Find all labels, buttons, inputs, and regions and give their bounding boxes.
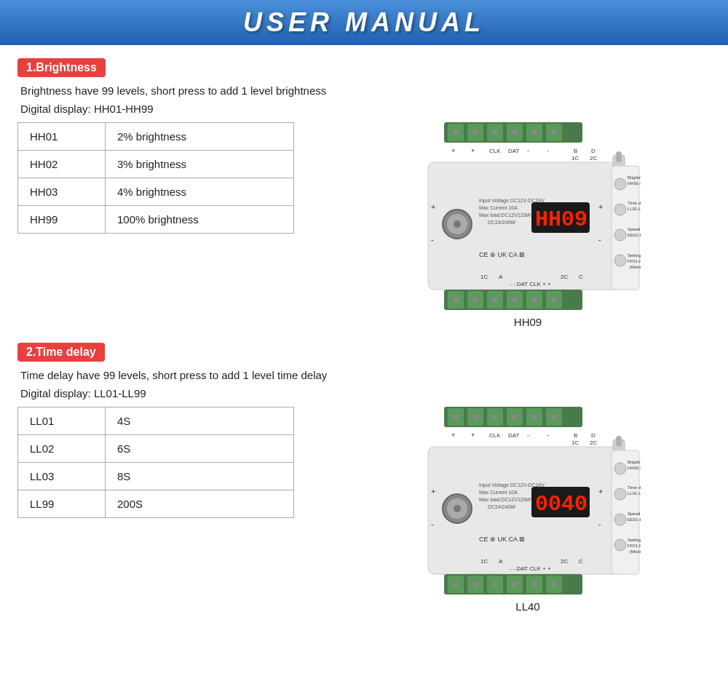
svg-text:Brightness: Brightness xyxy=(628,460,641,464)
svg-point-84 xyxy=(551,414,557,420)
svg-text:D: D xyxy=(591,148,596,154)
svg-text:LL01-LL99: LL01-LL99 xyxy=(628,207,641,211)
svg-text:Max load:DC12V120W: Max load:DC12V120W xyxy=(479,212,531,218)
svg-point-140 xyxy=(492,581,498,587)
timedelay-device-image: + + CLK DAT - - B 1C D 2C xyxy=(415,407,641,613)
table-cell-value: 200S xyxy=(106,490,294,518)
svg-text:+: + xyxy=(451,431,455,439)
svg-text:Brightness: Brightness xyxy=(628,175,641,180)
svg-text:+: + xyxy=(431,487,435,496)
table-row: LL99 200S xyxy=(18,490,294,518)
table-cell-code: HH03 xyxy=(18,178,106,206)
svg-point-81 xyxy=(492,414,498,420)
svg-text:-: - xyxy=(431,520,434,528)
svg-point-80 xyxy=(472,414,478,420)
timedelay-device-label: LL40 xyxy=(415,600,641,613)
table-row: HH03 4% brightness xyxy=(18,178,294,206)
svg-point-55 xyxy=(614,255,626,266)
svg-point-66 xyxy=(453,297,459,303)
section-timedelay-label: 2.Time delay xyxy=(17,343,105,362)
svg-point-82 xyxy=(512,414,518,420)
svg-text:A: A xyxy=(499,274,503,280)
table-cell-value: 2% brightness xyxy=(106,123,294,151)
table-row: LL01 4S xyxy=(18,407,294,435)
timedelay-description: Time delay have 99 levels, short press t… xyxy=(20,369,711,381)
svg-text:C: C xyxy=(579,558,583,565)
svg-text:2C: 2C xyxy=(590,155,597,162)
svg-point-71 xyxy=(551,297,557,303)
svg-point-102 xyxy=(454,505,461,512)
table-cell-code: HH99 xyxy=(18,206,106,234)
svg-text:EE01-EE99: EE01-EE99 xyxy=(628,517,641,522)
section-timedelay: 2.Time delay Time delay have 99 levels, … xyxy=(17,343,711,613)
section-brightness-label: 1.Brightness xyxy=(17,58,106,77)
svg-text:-   -   DAT   CLK   +   +: - - DAT CLK + + xyxy=(510,281,551,287)
svg-text:1C: 1C xyxy=(571,155,579,162)
table-cell-code: HH02 xyxy=(18,151,106,178)
svg-text:-   -   DAT   CLK   +   +: - - DAT CLK + + xyxy=(510,565,551,572)
svg-text:+: + xyxy=(431,202,435,211)
svg-text:-: - xyxy=(527,431,529,439)
page-title: USER MANUAL xyxy=(0,7,728,38)
table-cell-value: 100% brightness xyxy=(106,206,294,234)
svg-text:FF01-FF12: FF01-FF12 xyxy=(628,544,641,548)
svg-text:0040: 0040 xyxy=(535,492,587,517)
svg-text:CE ⊕ UK CA ⊠: CE ⊕ UK CA ⊠ xyxy=(479,536,525,543)
table-row: LL02 6S xyxy=(18,435,294,463)
svg-rect-97 xyxy=(616,436,622,447)
svg-point-49 xyxy=(614,204,626,215)
svg-text:+: + xyxy=(471,431,475,439)
svg-point-79 xyxy=(453,414,459,420)
brightness-table: HH01 2% brightness HH02 3% brightness HH… xyxy=(17,122,294,234)
svg-text:-: - xyxy=(598,520,601,528)
table-cell-code: LL02 xyxy=(18,435,106,463)
svg-text:+: + xyxy=(598,202,603,211)
svg-text:DAT: DAT xyxy=(508,148,520,154)
svg-text:DC24/240W: DC24/240W xyxy=(488,504,516,509)
device-svg-brightness: + + CLK DAT - - B 1C D 2C xyxy=(415,122,641,311)
table-cell-code: LL03 xyxy=(18,463,106,490)
svg-text:D: D xyxy=(591,432,596,439)
table-cell-code: HH01 xyxy=(18,123,106,151)
svg-text:DC24/240W: DC24/240W xyxy=(488,220,516,225)
svg-point-9 xyxy=(492,130,498,135)
svg-text:Speed: Speed xyxy=(628,512,640,516)
svg-text:CLK: CLK xyxy=(489,148,501,154)
brightness-digital-display: Digital display: HH01-HH99 xyxy=(20,103,711,115)
svg-point-11 xyxy=(531,130,537,135)
brightness-section-row: HH01 2% brightness HH02 3% brightness HH… xyxy=(17,122,711,328)
svg-point-127 xyxy=(614,539,626,551)
svg-text:-: - xyxy=(431,235,434,244)
svg-text:2C: 2C xyxy=(590,440,597,446)
svg-text:+: + xyxy=(451,147,455,154)
table-cell-code: LL99 xyxy=(18,490,106,518)
svg-text:B: B xyxy=(574,432,577,439)
table-cell-value: 4S xyxy=(106,407,294,435)
timedelay-digital-display: Digital display: LL01-LL99 xyxy=(20,387,711,399)
svg-point-139 xyxy=(472,581,478,587)
svg-point-7 xyxy=(453,130,459,135)
timedelay-device-col: + + CLK DAT - - B 1C D 2C xyxy=(345,407,711,613)
svg-text:EE01-EE99: EE01-EE99 xyxy=(628,233,641,237)
svg-point-68 xyxy=(492,297,498,303)
svg-point-67 xyxy=(472,297,478,303)
table-cell-code: LL01 xyxy=(18,407,106,435)
table-cell-value: 4% brightness xyxy=(106,178,294,206)
svg-text:Time delay: Time delay xyxy=(628,201,641,205)
svg-text:Max load:DC12V120W: Max load:DC12V120W xyxy=(479,497,531,502)
table-row: LL03 8S xyxy=(18,463,294,490)
table-row: HH99 100% brightness xyxy=(18,206,294,234)
svg-text:CLK: CLK xyxy=(489,432,501,439)
brightness-table-col: HH01 2% brightness HH02 3% brightness HH… xyxy=(17,122,331,234)
svg-text:-: - xyxy=(598,235,601,244)
svg-text:B: B xyxy=(574,148,577,154)
brightness-device-col: + + CLK DAT - - B 1C D 2C xyxy=(345,122,711,328)
svg-text:+: + xyxy=(471,147,475,154)
svg-text:Max Current 10A: Max Current 10A xyxy=(479,490,518,495)
svg-point-12 xyxy=(551,130,557,135)
device-svg-timedelay: + + CLK DAT - - B 1C D 2C xyxy=(415,407,641,596)
table-cell-value: 3% brightness xyxy=(106,151,294,178)
svg-point-70 xyxy=(531,297,537,303)
table-cell-value: 6S xyxy=(106,435,294,463)
brightness-description: Brightness have 99 levels, short press t… xyxy=(20,84,711,97)
